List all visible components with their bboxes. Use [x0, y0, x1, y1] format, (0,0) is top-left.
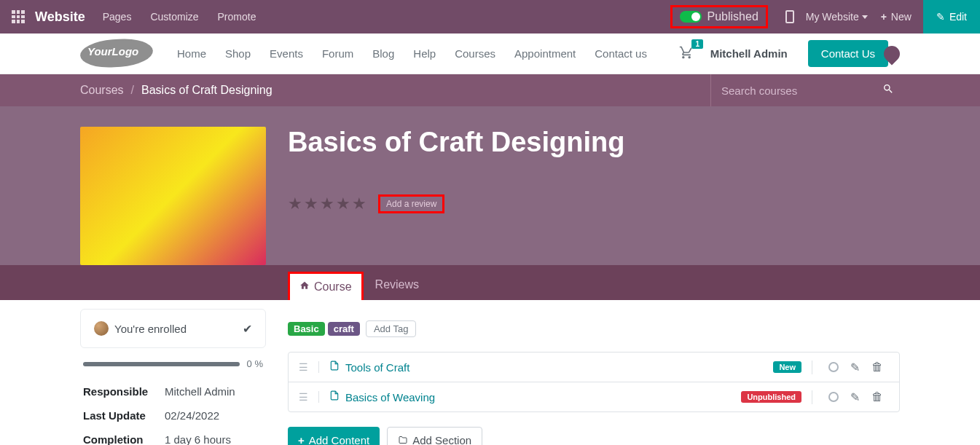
star-icon[interactable]: ★	[304, 194, 318, 213]
contact-us-button[interactable]: Contact Us	[808, 40, 888, 67]
progress-bar	[83, 362, 240, 366]
plus-icon: +	[881, 11, 887, 23]
row-actions: ✎ 🗑	[812, 390, 889, 404]
user-menu[interactable]: Mitchell Admin	[710, 47, 793, 60]
add-section-button[interactable]: Add Section	[387, 427, 482, 445]
content-list: ☰ Tools of Craft New ✎ 🗑 ☰ Basics of Wea…	[288, 352, 900, 412]
delete-row-icon[interactable]: 🗑	[871, 361, 883, 374]
breadcrumb-root[interactable]: Courses	[80, 84, 124, 97]
star-icon[interactable]: ★	[352, 194, 366, 213]
breadcrumb-current: Basics of Craft Designing	[141, 84, 273, 97]
nav-home[interactable]: Home	[177, 47, 206, 60]
plus-icon: +	[298, 434, 305, 445]
enrolled-card: You're enrolled ✔	[80, 309, 266, 348]
content-actions: + Add Content Add Section	[288, 427, 900, 445]
pdf-icon	[329, 390, 340, 404]
home-icon	[299, 280, 310, 294]
edit-row-icon[interactable]: ✎	[850, 361, 860, 374]
brand-label[interactable]: Website	[35, 9, 85, 25]
pencil-icon: ✎	[936, 11, 945, 23]
tab-course[interactable]: Course	[288, 272, 364, 300]
menu-customize[interactable]: Customize	[150, 11, 198, 23]
tag-basic[interactable]: Basic	[288, 322, 325, 336]
rating-stars: ★ ★ ★ ★ ★ Add a review	[288, 194, 900, 213]
published-toggle[interactable]	[680, 11, 702, 23]
site-logo[interactable]: YourLogo	[80, 39, 153, 68]
status-circle-icon[interactable]	[828, 392, 839, 402]
cart-badge: 1	[691, 39, 703, 49]
nav-help[interactable]: Help	[413, 47, 436, 60]
caret-down-icon	[862, 15, 868, 19]
content-item-title[interactable]: Basics of Weaving	[345, 391, 741, 403]
new-button[interactable]: + New	[881, 11, 912, 23]
mywebsite-dropdown[interactable]: My Website	[806, 11, 868, 23]
progress-row: 0 %	[83, 358, 263, 369]
cart-button[interactable]: 1	[678, 45, 694, 63]
tags-row: Basic craft Add Tag	[288, 320, 900, 337]
drag-handle-icon[interactable]: ☰	[299, 391, 319, 403]
status-circle-icon[interactable]	[828, 362, 839, 372]
tab-reviews[interactable]: Reviews	[364, 269, 431, 300]
nav-events[interactable]: Events	[270, 47, 303, 60]
folder-icon	[398, 434, 408, 445]
course-hero: Basics of Craft Designing ★ ★ ★ ★ ★ Add …	[0, 106, 980, 265]
nav-forum[interactable]: Forum	[322, 47, 353, 60]
course-image	[80, 127, 266, 265]
content-row: ☰ Tools of Craft New ✎ 🗑	[289, 353, 899, 382]
search-icon[interactable]	[882, 83, 894, 98]
search-courses-input[interactable]	[721, 84, 882, 97]
course-content: You're enrolled ✔ 0 % Responsible Mitche…	[0, 300, 980, 445]
check-icon: ✔	[243, 322, 252, 336]
meta-completion-time: Completion Time 1 day 6 hours	[80, 428, 266, 445]
site-navbar: YourLogo Home Shop Events Forum Blog Hel…	[0, 34, 980, 74]
badge-unpublished: Unpublished	[741, 391, 801, 403]
published-label: Published	[707, 10, 758, 23]
star-icon[interactable]: ★	[320, 194, 334, 213]
mobile-preview-icon[interactable]	[785, 10, 794, 23]
row-actions: ✎ 🗑	[812, 361, 889, 374]
nav-blog[interactable]: Blog	[372, 47, 394, 60]
star-icon[interactable]: ★	[336, 194, 350, 213]
course-title: Basics of Craft Designing	[288, 127, 900, 158]
drag-handle-icon[interactable]: ☰	[299, 361, 319, 373]
badge-new: New	[773, 361, 801, 373]
search-courses-box	[710, 74, 900, 106]
user-avatar	[94, 321, 109, 336]
nav-shop[interactable]: Shop	[225, 47, 251, 60]
content-row: ☰ Basics of Weaving Unpublished ✎ 🗑	[289, 382, 899, 411]
menu-pages[interactable]: Pages	[103, 11, 132, 23]
system-topbar: Website Pages Customize Promote Publishe…	[0, 0, 980, 34]
progress-text: 0 %	[247, 358, 263, 369]
star-icon[interactable]: ★	[288, 194, 302, 213]
published-toggle-box: Published	[670, 5, 768, 28]
edit-row-icon[interactable]: ✎	[850, 390, 860, 404]
course-meta: Responsible Mitchell Admin Last Update 0…	[80, 379, 266, 445]
delete-row-icon[interactable]: 🗑	[871, 390, 883, 403]
add-review-link[interactable]: Add a review	[378, 194, 444, 213]
breadcrumb-bar: Courses / Basics of Craft Designing	[0, 74, 980, 106]
edit-button[interactable]: ✎ Edit	[923, 0, 980, 34]
add-content-button[interactable]: + Add Content	[288, 427, 380, 445]
pdf-icon	[329, 360, 340, 374]
nav-contact[interactable]: Contact us	[595, 47, 647, 60]
content-item-title[interactable]: Tools of Craft	[345, 361, 773, 374]
tag-craft[interactable]: craft	[328, 322, 360, 336]
nav-courses[interactable]: Courses	[455, 47, 495, 60]
meta-responsible: Responsible Mitchell Admin	[80, 379, 266, 403]
enrolled-text: You're enrolled	[114, 323, 243, 335]
course-sidebar: You're enrolled ✔ 0 % Responsible Mitche…	[80, 264, 266, 445]
course-main: Basic craft Add Tag ☰ Tools of Craft New…	[266, 300, 900, 445]
nav-appointment[interactable]: Appointment	[514, 47, 576, 60]
add-tag-button[interactable]: Add Tag	[366, 320, 416, 337]
menu-promote[interactable]: Promote	[218, 11, 256, 23]
meta-last-update: Last Update 02/24/2022	[80, 403, 266, 428]
apps-icon[interactable]	[12, 10, 25, 23]
